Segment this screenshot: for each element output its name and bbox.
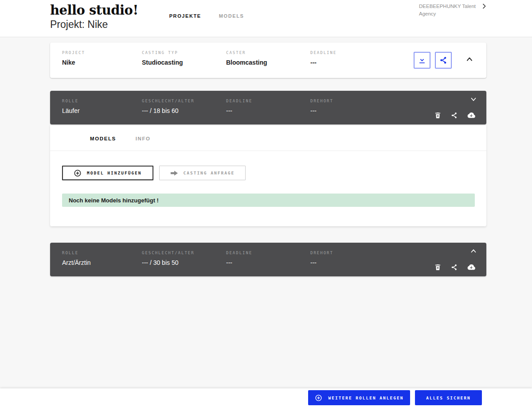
- field-label: DREHORT: [310, 99, 486, 103]
- collapse-role-chevron-down-icon[interactable]: [468, 93, 479, 105]
- project-field: PROJECT Nike: [62, 50, 142, 66]
- cloud-download-button[interactable]: [467, 264, 476, 271]
- casting-typ-field: CASTING TYP Studiocasting: [142, 50, 226, 66]
- field-label: GESCHLECHT/ALTER: [142, 99, 226, 103]
- plus-circle-icon: [315, 394, 322, 402]
- field-label: DEADLINE: [226, 251, 310, 255]
- nav-item-projekte[interactable]: PROJEKTE: [169, 13, 201, 19]
- trash-icon: [434, 266, 442, 272]
- field-value: ---: [226, 107, 310, 114]
- agency-name: DEEBEEPHUNKY Talent Agency: [419, 3, 477, 18]
- role-tabs: MODELS INFO: [50, 125, 486, 151]
- cloud-download-icon: [467, 114, 476, 120]
- field-value: Arzt/Ärztin: [62, 259, 142, 266]
- cloud-download-icon: [467, 266, 476, 272]
- field-label: CASTER: [226, 50, 310, 55]
- field-label: CASTING TYP: [142, 50, 226, 55]
- field-value: ---: [310, 59, 486, 66]
- tab-models[interactable]: MODELS: [90, 136, 116, 141]
- role-body: MODELS INFO MODEL HINZUFÜGEN C: [50, 125, 486, 226]
- app-logo[interactable]: hello studio!: [50, 4, 138, 18]
- field-label: ROLLE: [62, 99, 142, 103]
- delete-role-button[interactable]: [434, 112, 442, 119]
- field-value: Studiocasting: [142, 59, 226, 66]
- chevron-right-icon[interactable]: [481, 3, 488, 11]
- collapse-project-chevron-up-icon[interactable]: [465, 55, 474, 64]
- field-value: --- / 30 bis 50: [142, 259, 226, 266]
- share-role-button[interactable]: [450, 264, 458, 271]
- rolle-field: ROLLE Arzt/Ärztin: [62, 251, 142, 266]
- field-value: Nike: [62, 59, 142, 66]
- role-card-laeufer: ROLLE Läufer GESCHLECHT/ALTER --- / 18 b…: [50, 91, 486, 226]
- geschlecht-alter-field: GESCHLECHT/ALTER --- / 30 bis 50: [142, 251, 226, 266]
- download-icon: [418, 56, 426, 65]
- add-roles-button[interactable]: WEITERE ROLLEN ANLEGEN: [308, 390, 410, 405]
- cloud-download-button[interactable]: [467, 112, 476, 119]
- field-label: GESCHLECHT/ALTER: [142, 251, 226, 255]
- main-content: PROJECT Nike CASTING TYP Studiocasting C…: [0, 37, 532, 276]
- field-value: Bloomcasting: [226, 59, 310, 66]
- nav-item-models[interactable]: MODELS: [219, 13, 244, 19]
- role-header: ROLLE Läufer GESCHLECHT/ALTER --- / 18 b…: [50, 91, 486, 124]
- page-title: Projekt: Nike: [50, 19, 138, 31]
- field-label: PROJECT: [62, 50, 142, 55]
- field-value: --- / 18 bis 60: [142, 107, 226, 114]
- rolle-field: ROLLE Läufer: [62, 99, 142, 114]
- share-role-button[interactable]: [450, 112, 458, 119]
- caster-field: CASTER Bloomcasting: [226, 50, 310, 66]
- casting-request-label: CASTING ANFRAGE: [184, 171, 235, 175]
- field-label: DEADLINE: [310, 50, 486, 55]
- download-button[interactable]: [414, 52, 430, 69]
- app-header: hello studio! Projekt: Nike PROJEKTE MOD…: [0, 0, 532, 37]
- arrow-right-icon: [170, 170, 178, 176]
- add-roles-label: WEITERE ROLLEN ANLEGEN: [329, 395, 404, 400]
- field-label: DREHORT: [310, 251, 486, 255]
- deadline-field: DEADLINE ---: [226, 251, 310, 266]
- expand-role-chevron-up-icon[interactable]: [468, 245, 479, 257]
- share-icon: [450, 114, 458, 120]
- save-all-label: ALLES SICHERN: [426, 395, 470, 400]
- add-model-label: MODEL HINZUFÜGEN: [87, 171, 142, 175]
- empty-models-notice: Noch keine Models hinzugefügt !: [62, 194, 475, 207]
- project-summary-card: PROJECT Nike CASTING TYP Studiocasting C…: [50, 43, 486, 78]
- save-all-button[interactable]: ALLES SICHERN: [415, 390, 482, 405]
- casting-request-button[interactable]: CASTING ANFRAGE: [159, 166, 246, 180]
- delete-role-button[interactable]: [434, 264, 442, 271]
- add-model-button[interactable]: MODEL HINZUFÜGEN: [62, 166, 153, 180]
- main-nav: PROJEKTE MODELS: [169, 13, 244, 19]
- plus-circle-icon: [74, 169, 82, 177]
- deadline-field: DEADLINE ---: [226, 99, 310, 114]
- action-footer: WEITERE ROLLEN ANLEGEN ALLES SICHERN: [0, 388, 532, 407]
- share-icon: [450, 266, 458, 272]
- trash-icon: [434, 114, 442, 120]
- role-header: ROLLE Arzt/Ärztin GESCHLECHT/ALTER --- /…: [50, 243, 486, 276]
- tab-info[interactable]: INFO: [136, 136, 151, 141]
- deadline-field: DEADLINE ---: [310, 50, 486, 66]
- field-value: ---: [226, 259, 310, 266]
- role-card-arzt: ROLLE Arzt/Ärztin GESCHLECHT/ALTER --- /…: [50, 243, 486, 276]
- field-label: ROLLE: [62, 251, 142, 255]
- share-icon: [439, 56, 448, 65]
- field-value: Läufer: [62, 107, 142, 114]
- geschlecht-alter-field: GESCHLECHT/ALTER --- / 18 bis 60: [142, 99, 226, 114]
- field-label: DEADLINE: [226, 99, 310, 103]
- share-button[interactable]: [435, 52, 452, 69]
